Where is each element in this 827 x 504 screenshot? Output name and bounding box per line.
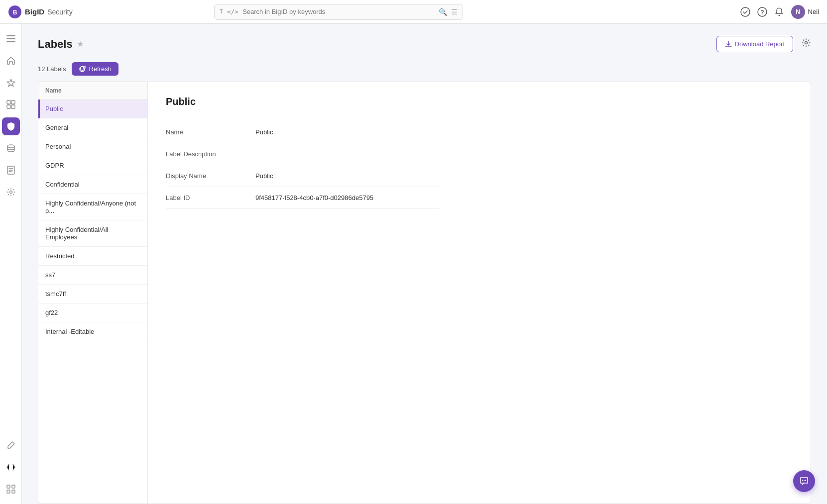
label-item[interactable]: Internal -Editable <box>38 322 147 341</box>
app-name: BigID <box>25 7 44 16</box>
labels-list: Name PublicGeneralPersonalGDPRConfidenti… <box>38 82 148 504</box>
detail-label: Name <box>166 121 255 143</box>
svg-rect-8 <box>6 41 15 42</box>
detail-row: Label ID9f458177-f528-4cb0-a7f0-d02986de… <box>166 187 440 209</box>
detail-value: Public <box>255 165 440 187</box>
detail-row: Label Description <box>166 143 440 165</box>
bigid-logo-icon: B <box>8 5 22 19</box>
svg-rect-18 <box>7 490 10 493</box>
favorite-star-icon[interactable]: ★ <box>77 39 84 49</box>
labels-list-header: Name <box>38 82 147 100</box>
svg-rect-16 <box>7 485 10 488</box>
chat-fab[interactable] <box>793 470 815 492</box>
detail-label: Display Name <box>166 165 255 187</box>
sidebar-item-favorites[interactable] <box>2 74 20 92</box>
sidebar-item-reports[interactable] <box>2 161 20 179</box>
sidebar-item-pen[interactable] <box>2 436 20 454</box>
sidebar-item-settings[interactable] <box>2 183 20 201</box>
icon-sidebar <box>0 24 22 504</box>
search-input[interactable] <box>242 8 435 15</box>
download-report-button[interactable]: Download Report <box>716 36 793 52</box>
sidebar-item-code[interactable] <box>2 458 20 476</box>
check-circle-icon[interactable] <box>740 7 750 17</box>
sidebar-item-data[interactable] <box>2 139 20 157</box>
avatar: N <box>791 5 805 19</box>
svg-rect-19 <box>12 490 15 493</box>
label-item[interactable]: Restricted <box>38 247 147 266</box>
detail-label: Label Description <box>166 143 255 165</box>
filter-icon[interactable]: ☰ <box>451 8 458 16</box>
svg-rect-11 <box>7 105 10 108</box>
svg-text:?: ? <box>760 9 764 16</box>
label-item[interactable]: General <box>38 118 147 137</box>
svg-point-13 <box>7 145 14 148</box>
main-layout: Labels ★ Download Report 12 Labels Refre… <box>0 24 827 504</box>
navbar-right: ? N Neil <box>740 5 819 19</box>
svg-text:B: B <box>13 9 17 16</box>
detail-value: 9f458177-f528-4cb0-a7f0-d02986de5795 <box>255 187 440 209</box>
user-menu[interactable]: N Neil <box>791 5 819 19</box>
detail-value <box>255 143 440 165</box>
search-bar[interactable]: T </> 🔍 ☰ <box>214 4 463 20</box>
page-header: Labels ★ Download Report <box>38 36 811 52</box>
svg-point-21 <box>802 480 803 481</box>
detail-row: Display NamePublic <box>166 165 440 187</box>
product-name: Security <box>47 8 73 16</box>
detail-panel: Public NamePublicLabel DescriptionDispla… <box>148 82 811 504</box>
page-settings-icon[interactable] <box>801 38 811 50</box>
page-title: Labels <box>38 38 73 51</box>
content-area: Labels ★ Download Report 12 Labels Refre… <box>22 24 827 504</box>
navbar: B BigID Security T </> 🔍 ☰ ? N Neil <box>0 0 827 24</box>
refresh-button[interactable]: Refresh <box>72 62 118 76</box>
sidebar-item-security[interactable] <box>2 117 20 135</box>
labels-panel: Name PublicGeneralPersonalGDPRConfidenti… <box>38 82 811 504</box>
label-item[interactable]: GDPR <box>38 156 147 175</box>
refresh-icon <box>79 66 86 73</box>
svg-point-5 <box>778 14 780 16</box>
svg-point-15 <box>9 191 12 194</box>
label-item[interactable]: Personal <box>38 137 147 156</box>
label-item[interactable]: Public <box>38 100 147 118</box>
sidebar-item-menu[interactable] <box>2 30 20 48</box>
logo: B BigID Security <box>8 5 73 19</box>
svg-point-22 <box>804 480 805 481</box>
search-icon[interactable]: 🔍 <box>439 8 447 16</box>
detail-title: Public <box>166 96 793 107</box>
sidebar-item-home[interactable] <box>2 52 20 70</box>
text-icon: T <box>220 8 223 15</box>
label-item[interactable]: Confidential <box>38 175 147 194</box>
label-item[interactable]: Highly Confidential/Anyone (not p... <box>38 194 147 220</box>
notification-icon[interactable] <box>774 7 784 17</box>
svg-rect-6 <box>6 35 15 36</box>
help-icon[interactable]: ? <box>757 7 767 17</box>
code-icon: </> <box>227 8 238 15</box>
sidebar-item-dashboard[interactable] <box>2 96 20 113</box>
label-item[interactable]: ss7 <box>38 266 147 285</box>
sidebar-item-grid[interactable] <box>2 480 20 498</box>
label-item[interactable]: gf22 <box>38 303 147 322</box>
detail-row: NamePublic <box>166 121 440 143</box>
svg-point-23 <box>805 480 806 481</box>
labels-count: 12 Labels <box>38 63 66 75</box>
svg-rect-10 <box>11 101 15 104</box>
detail-table: NamePublicLabel DescriptionDisplay NameP… <box>166 121 440 209</box>
labels-toolbar: 12 Labels Refresh <box>38 62 811 76</box>
detail-value: Public <box>255 121 440 143</box>
svg-point-2 <box>741 7 750 16</box>
user-name: Neil <box>808 8 819 15</box>
svg-point-20 <box>805 42 808 44</box>
svg-rect-12 <box>11 105 15 108</box>
svg-rect-7 <box>6 38 15 39</box>
detail-label: Label ID <box>166 187 255 209</box>
svg-rect-17 <box>12 485 15 488</box>
label-item[interactable]: tsmc7ff <box>38 285 147 303</box>
download-icon <box>725 41 732 48</box>
label-item[interactable]: Highly Confidential/All Employees <box>38 220 147 247</box>
page-title-row: Labels ★ <box>38 38 84 51</box>
svg-rect-9 <box>7 101 10 104</box>
